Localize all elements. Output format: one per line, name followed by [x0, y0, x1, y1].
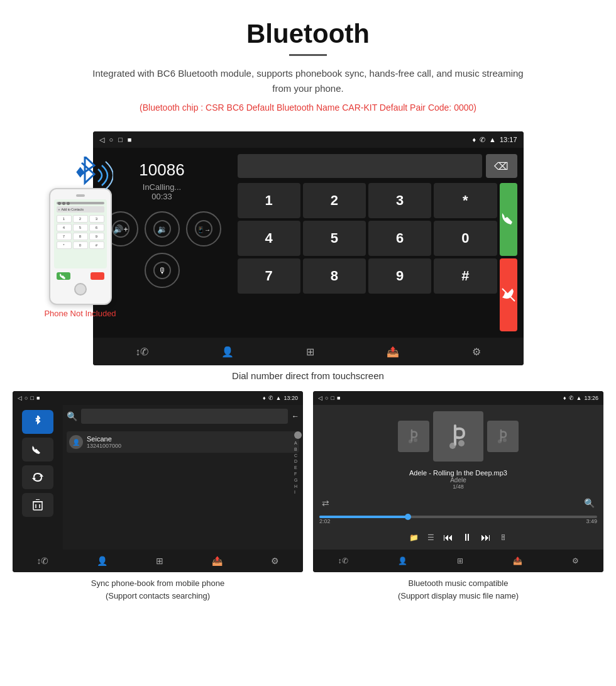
pb-location-icon: ♦ — [263, 395, 266, 401]
dial-input-field[interactable] — [238, 154, 482, 178]
pb-settings-nav[interactable]: ⚙ — [271, 556, 279, 566]
music-time-row: 2:02 3:49 — [319, 518, 597, 524]
pb-home-icon: ○ — [25, 395, 28, 401]
key-6[interactable]: 6 — [368, 221, 431, 256]
alpha-e: E — [294, 465, 302, 471]
key-5[interactable]: 5 — [303, 221, 366, 256]
music-track-num: 1/48 — [409, 484, 507, 490]
volume-down-button[interactable]: 🔉 — [145, 211, 180, 246]
pb-search-row: 🔍 ← — [63, 405, 303, 426]
mute-button[interactable]: 🎙 — [145, 253, 180, 288]
music-status-bar: ◁ ○ □ ■ ♦ ✆ ▲ 13:26 — [313, 391, 603, 405]
key-0[interactable]: 0 — [434, 221, 497, 256]
phone-illustration: ⬧ + — [31, 157, 129, 318]
album-art-area — [398, 411, 519, 462]
bluetooth-nav-btn[interactable] — [22, 410, 53, 434]
phone-call-btn[interactable] — [22, 438, 53, 462]
contact-info: Seicane 13241007000 — [87, 435, 121, 449]
wifi-icon: ▲ — [489, 136, 496, 143]
music-progress-section: 2:02 3:49 — [319, 516, 597, 524]
delete-btn[interactable] — [22, 493, 53, 517]
contacts-icon[interactable]: 👤 — [221, 346, 234, 358]
total-time: 3:49 — [586, 518, 597, 524]
phonebook-caption-text: Sync phone-book from mobile phone(Suppor… — [91, 578, 224, 600]
music-nav-2[interactable]: 👤 — [398, 556, 407, 565]
music-progress-dot — [405, 514, 411, 520]
key-star[interactable]: * — [434, 183, 497, 218]
pb-call-icon: ✆ — [268, 395, 273, 401]
music-wifi-icon: ▲ — [576, 395, 582, 401]
pb-dialpad-nav[interactable]: ⊞ — [156, 556, 163, 566]
call-timer: 00:33 — [151, 192, 172, 201]
alphabet-list: A B C D E F G H I — [294, 431, 302, 495]
phone-home-button — [74, 283, 87, 296]
folder-icon[interactable]: 📁 — [409, 533, 419, 542]
key-hash[interactable]: # — [434, 258, 497, 294]
prev-track-btn[interactable]: ⏮ — [443, 532, 453, 543]
play-pause-btn[interactable]: ⏸ — [462, 532, 472, 543]
recent-calls-icon[interactable]: ↕✆ — [135, 346, 148, 358]
backspace-button[interactable]: ⌫ — [486, 154, 517, 178]
svg-point-21 — [503, 438, 507, 442]
svg-point-19 — [458, 440, 465, 446]
pb-contacts-nav[interactable]: 👤 — [97, 556, 107, 566]
music-options-row: ⇄ 🔍 — [319, 498, 597, 508]
music-nav-4[interactable]: 📤 — [513, 556, 522, 565]
bluetooth-waves-svg — [63, 157, 113, 194]
phone-screen: +Add to Contacts 123 456 789 *0# — [54, 199, 107, 268]
android-status-bar: ◁ ○ □ ■ ♦ ✆ ▲ 13:17 — [93, 131, 524, 148]
next-track-btn[interactable]: ⏭ — [481, 532, 491, 543]
answer-button[interactable] — [500, 183, 517, 256]
key-2[interactable]: 2 — [303, 183, 366, 218]
phonebook-caption: Sync phone-book from mobile phone(Suppor… — [91, 577, 224, 602]
pb-back-icon: ◁ — [18, 395, 22, 401]
music-nav-1[interactable]: ↕✆ — [338, 556, 348, 565]
alpha-c: C — [294, 453, 302, 459]
transfer-button[interactable]: 📱→ — [186, 211, 221, 246]
dialpad-icon[interactable]: ⊞ — [306, 346, 314, 358]
contact-number: 13241007000 — [87, 443, 121, 449]
back-arrow-icon: ← — [292, 412, 299, 421]
location-icon: ♦ — [472, 136, 476, 143]
music-notif-icon: ■ — [337, 395, 340, 401]
status-bar-left: ◁ ○ □ ■ — [99, 136, 132, 144]
music-column: ◁ ○ □ ■ ♦ ✆ ▲ 13:26 — [313, 391, 603, 602]
key-1[interactable]: 1 — [238, 183, 300, 218]
contact-row[interactable]: 👤 Seicane 13241007000 — [67, 431, 299, 453]
svg-point-17 — [414, 438, 417, 442]
notification-icon: ■ — [128, 136, 132, 143]
phone-not-included-label: Phone Not Included — [31, 309, 129, 318]
spec-line: (Bluetooth chip : CSR BC6 Default Blueto… — [13, 102, 603, 113]
key-4[interactable]: 4 — [238, 221, 300, 256]
music-nav-3[interactable]: ⊞ — [457, 556, 463, 565]
search-bar[interactable] — [81, 409, 288, 424]
music-nav-5[interactable]: ⚙ — [572, 556, 579, 565]
search-music-icon[interactable]: 🔍 — [584, 498, 595, 508]
status-bar-right: ♦ ✆ ▲ 13:17 — [472, 136, 517, 144]
equalizer-icon[interactable]: 🎚 — [500, 533, 507, 542]
phone-bottom-controls — [54, 272, 107, 280]
nav-recent-icon: □ — [118, 136, 123, 143]
main-caption: Dial number direct from touchscreen — [0, 370, 616, 381]
key-3[interactable]: 3 — [368, 183, 431, 218]
dialer-right-panel: ⌫ 1 2 3 * 4 5 — [231, 148, 524, 338]
shuffle-icon[interactable]: ⇄ — [322, 498, 329, 508]
pb-recent-calls-nav[interactable]: ↕✆ — [36, 556, 48, 566]
nav-home-icon: ○ — [109, 136, 114, 143]
end-call-button[interactable] — [500, 258, 517, 331]
settings-icon[interactable]: ⚙ — [472, 346, 481, 358]
svg-rect-11 — [33, 502, 42, 510]
nav-back-icon: ◁ — [99, 136, 104, 144]
sync-btn[interactable] — [22, 465, 53, 489]
pb-transfer-nav[interactable]: 📤 — [212, 556, 223, 566]
key-9[interactable]: 9 — [368, 258, 431, 294]
android-navbar: ↕✆ 👤 ⊞ 📤 ⚙ — [93, 338, 524, 365]
page-title: Bluetooth — [13, 19, 603, 49]
playlist-icon[interactable]: ☰ — [427, 533, 434, 542]
key-7[interactable]: 7 — [238, 258, 300, 294]
music-time: 13:26 — [584, 395, 598, 401]
music-progress-fill — [319, 516, 408, 518]
transfer-nav-icon[interactable]: 📤 — [387, 346, 399, 358]
music-progress-bar[interactable] — [319, 516, 597, 518]
key-8[interactable]: 8 — [303, 258, 366, 294]
